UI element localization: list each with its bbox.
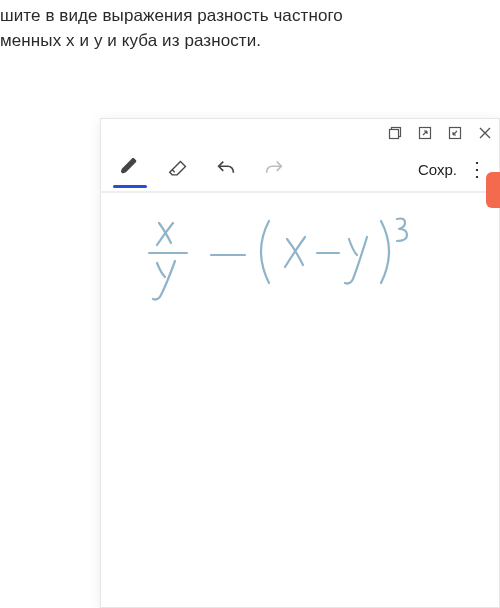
active-tool-indicator: [113, 185, 147, 188]
redo-icon[interactable]: [263, 158, 285, 180]
pen-tool-icon[interactable]: [119, 158, 141, 180]
more-menu-icon[interactable]: ⋮: [467, 159, 487, 179]
editor-toolbar: Сохр. ⋮: [101, 147, 499, 193]
drawing-editor-panel: Сохр. ⋮: [100, 118, 500, 608]
page-root: шите в виде выражения разность частного …: [0, 0, 500, 608]
question-line-2: менных x и y и куба из разности.: [0, 29, 500, 54]
maximize-ne-icon[interactable]: [417, 125, 433, 141]
drawing-canvas[interactable]: [101, 193, 499, 607]
eraser-tool-icon[interactable]: [167, 158, 189, 180]
toolbar-right-group: Сохр. ⋮: [418, 159, 487, 179]
side-tab-handle[interactable]: [486, 172, 500, 208]
undo-icon[interactable]: [215, 158, 237, 180]
minimize-sw-icon[interactable]: [447, 125, 463, 141]
restore-window-icon[interactable]: [387, 125, 403, 141]
svg-rect-1: [390, 130, 399, 139]
question-text: шите в виде выражения разность частного …: [0, 0, 500, 53]
question-line-1: шите в виде выражения разность частного: [0, 4, 500, 29]
handwritten-expression: [141, 213, 441, 317]
window-controls: [101, 119, 499, 147]
close-icon[interactable]: [477, 125, 493, 141]
save-button[interactable]: Сохр.: [418, 161, 457, 178]
toolbar-left-group: [119, 158, 285, 180]
